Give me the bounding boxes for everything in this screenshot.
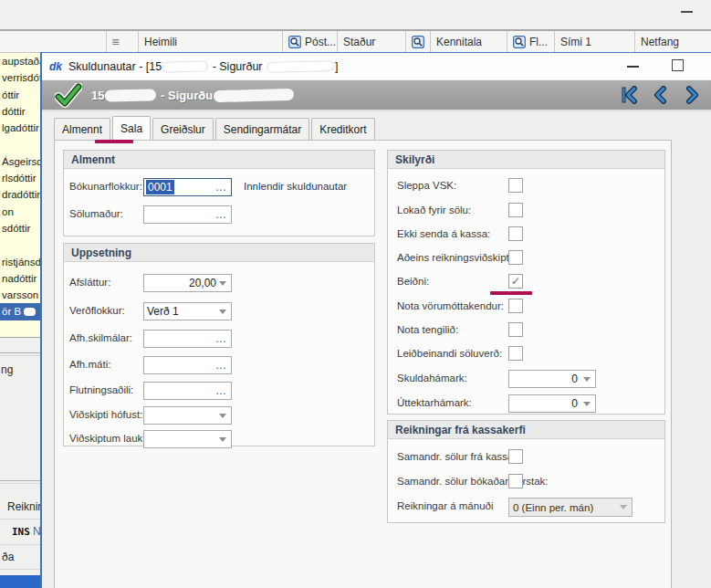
list-item[interactable]	[0, 136, 40, 152]
list-item[interactable]	[0, 320, 40, 337]
field-label: Flutningsaðili:	[69, 384, 133, 395]
minimize-button[interactable]	[627, 66, 639, 68]
list-item[interactable]: ristjánsd	[0, 254, 40, 270]
column-header-stadur[interactable]: Staður	[338, 31, 406, 52]
lookup-ellipsis-button[interactable]: …	[215, 208, 231, 221]
tab-almennt[interactable]: Almennt	[54, 118, 110, 140]
afh-mati-input[interactable]: …	[143, 356, 232, 374]
dialog-titlebar: dk Skuldunautar - [15 - Sigurður ]	[42, 53, 711, 80]
column-header-blank	[0, 31, 107, 52]
group-kassakerfi: Reikningar frá kassakerfi Samandr. sölur…	[387, 420, 665, 523]
dropdown-arrow-icon[interactable]	[583, 377, 591, 382]
tab-sala[interactable]: Sala	[112, 116, 151, 140]
divider	[0, 519, 40, 520]
redaction-blob	[162, 60, 208, 72]
list-item[interactable]: lgadóttir	[0, 120, 40, 136]
list-item[interactable]: rlsdóttir	[0, 170, 40, 186]
list-item[interactable]: dóttir	[0, 103, 40, 120]
tab-sendingarmatar[interactable]: Sendingarmátar	[215, 118, 309, 140]
adeins-reikningsvidskipti-checkbox[interactable]	[508, 250, 523, 265]
dropdown-arrow-icon[interactable]	[219, 310, 226, 314]
field-label: Viðskipti hófust:	[69, 409, 142, 420]
sleppa-vsk-checkbox[interactable]	[508, 178, 523, 193]
list-item[interactable]: varsson	[0, 287, 40, 303]
list-item[interactable]	[0, 236, 40, 253]
beidni-checkbox[interactable]: ✓	[508, 274, 523, 289]
leidbeinandi-soluverd-checkbox[interactable]	[508, 346, 523, 361]
list-item[interactable]: óttir	[0, 87, 40, 103]
tab-kreditkort[interactable]: Kreditkort	[311, 118, 374, 140]
column-header-heimili[interactable]: Heimili	[139, 31, 283, 52]
column-header-fl[interactable]: Fl...	[507, 31, 555, 52]
skuldunautar-dialog: dk Skuldunautar - [15 - Sigurður ] 15 - …	[40, 52, 711, 588]
solumadur-input[interactable]: …	[143, 205, 232, 224]
group-title: Skilyrði	[388, 151, 664, 169]
flutningsadili-input[interactable]: …	[143, 382, 232, 400]
list-item[interactable]: aupstaða	[0, 53, 40, 69]
field-label: Bókunarflokkur:	[69, 181, 142, 192]
afh-skilmalar-input[interactable]: …	[143, 330, 232, 348]
parent-minimize-icon[interactable]	[681, 11, 693, 13]
field-label: Skuldahámark:	[397, 373, 467, 383]
divider	[0, 483, 40, 484]
record-header-bar: 15 - Sigurðu	[42, 80, 711, 111]
list-item[interactable]: Ásgeirsdó	[0, 153, 40, 170]
list-item[interactable]: on	[0, 204, 40, 220]
list-item[interactable]: sdóttir	[0, 220, 40, 236]
samandr-solur-fra-kassa-checkbox[interactable]	[508, 449, 523, 464]
dropdown-arrow-icon[interactable]	[219, 437, 226, 442]
column-header-netfang[interactable]: Netfang	[635, 31, 711, 52]
lookup-icon	[513, 36, 526, 48]
ekki-senda-a-kassa-checkbox[interactable]	[508, 226, 523, 241]
reikningar-a-manudi-select[interactable]: 0 (Einn per. mán)	[508, 498, 633, 517]
verdflokkur-select[interactable]: Verð 1	[143, 302, 232, 320]
maximize-button[interactable]	[672, 59, 684, 71]
sala-tab-page: Almennt Bókunarflokkur: 0001 … Innlendir…	[54, 140, 672, 588]
bokunarflokkur-input[interactable]: 0001 …	[143, 178, 232, 196]
afslattur-input[interactable]: 20,00	[143, 274, 232, 292]
nota-vorumottakendur-checkbox[interactable]	[508, 299, 523, 313]
dropdown-arrow-icon[interactable]	[583, 402, 591, 406]
list-item-selected[interactable]: ör B	[0, 303, 40, 320]
parent-window-top	[0, 0, 711, 29]
samandr-solur-bokadar-checkbox[interactable]	[508, 474, 523, 488]
uttektarhamark-spinner[interactable]: 0	[508, 394, 596, 413]
divider	[0, 480, 40, 481]
lookup-ellipsis-button[interactable]: …	[215, 332, 231, 345]
nav-previous-button[interactable]	[653, 86, 669, 104]
tab-greidslur[interactable]: Greiðslur	[152, 118, 214, 140]
lokad-fyrir-solu-checkbox[interactable]	[508, 203, 523, 217]
field-label: Samandr. sölur frá kassa:	[397, 451, 516, 462]
column-header-kennitala[interactable]: Kennitala	[431, 31, 507, 52]
nota-tengilid-checkbox[interactable]	[508, 322, 523, 337]
record-navigation	[622, 86, 700, 104]
vidskipti-hofust-select[interactable]	[143, 406, 232, 425]
dropdown-arrow-icon[interactable]	[219, 414, 226, 418]
list-item[interactable]: verrisdót	[0, 69, 40, 86]
column-header-postnumer[interactable]: Póst...	[283, 31, 338, 52]
field-label: Viðskiptum lauk:	[69, 433, 146, 444]
list-item[interactable]: nadóttir	[0, 270, 40, 287]
field-label: Afh.skilmálar:	[69, 332, 132, 343]
field-label: Sölumaður:	[69, 208, 123, 219]
text-fragment-ng: ng	[1, 363, 13, 376]
column-header-simi1[interactable]: Sími 1	[555, 31, 635, 52]
customer-list: aupstaða verrisdót óttir dóttir lgadótti…	[0, 53, 40, 588]
group-uppsetning: Uppsetning Afsláttur: 20,00 Verðflokkur:…	[63, 243, 375, 446]
sort-indicator-cell[interactable]: ≡	[107, 31, 139, 52]
skuldahamark-spinner[interactable]: 0	[508, 370, 596, 388]
nav-next-button[interactable]	[684, 86, 700, 104]
vidskiptum-lauk-select[interactable]	[143, 430, 232, 448]
field-label: Ekki senda á kassa:	[397, 228, 490, 239]
list-item[interactable]: dradóttir	[0, 186, 40, 203]
lookup-ellipsis-button[interactable]: …	[215, 359, 231, 372]
field-label: Leiðbeinandi söluverð:	[397, 348, 502, 359]
field-label: Lokað fyrir sölu:	[397, 205, 471, 215]
lookup-ellipsis-button[interactable]: …	[215, 384, 231, 397]
nav-first-button[interactable]	[622, 86, 638, 104]
dropdown-arrow-icon[interactable]	[219, 281, 226, 286]
column-header-lookup[interactable]	[406, 31, 431, 52]
confirm-check-icon[interactable]	[55, 83, 82, 108]
lookup-ellipsis-button[interactable]: …	[215, 181, 231, 194]
divider	[0, 544, 40, 545]
